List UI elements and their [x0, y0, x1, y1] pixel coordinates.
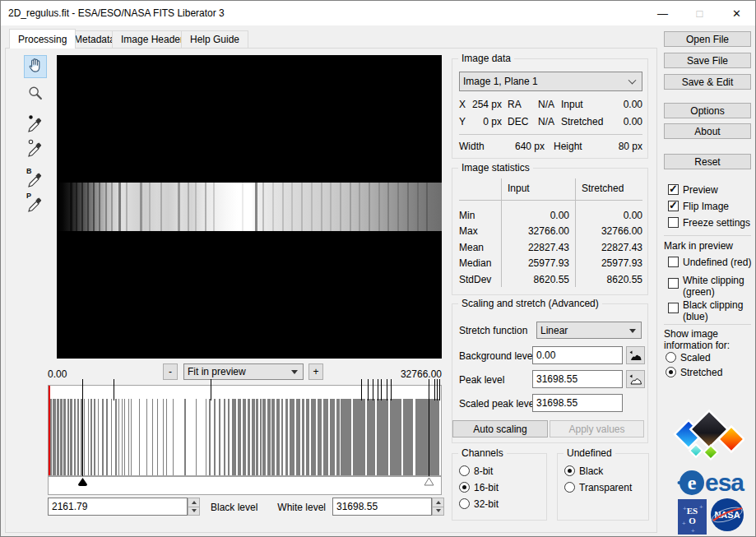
save-file-button[interactable]: Save File [664, 53, 751, 68]
background-picker-button[interactable] [626, 346, 645, 364]
mark-undefined-option[interactable]: Undefined (red) [668, 257, 751, 268]
channel-8bit-option[interactable]: 8-bit [459, 465, 493, 477]
histogram-bar [336, 399, 340, 475]
absorption-line [397, 183, 399, 231]
absorption-line [70, 183, 72, 231]
histogram-bar [106, 399, 108, 475]
mark-undefined-label: Undefined (red) [683, 257, 751, 268]
absorption-line [301, 183, 303, 231]
svg-text:+: + [682, 520, 686, 527]
background-level-input[interactable] [532, 346, 623, 364]
white-level-marker-line[interactable] [429, 379, 429, 477]
right-panel-separator-2 [664, 324, 751, 325]
freeze-settings-option[interactable]: Freeze settings [668, 217, 750, 229]
tab-processing[interactable]: Processing [9, 29, 76, 49]
radio-undefined-black[interactable] [564, 465, 575, 476]
black-level-slider-thumb[interactable] [77, 478, 88, 486]
absorption-line [291, 183, 293, 231]
black-level-picker-tool-button[interactable]: B [24, 169, 47, 192]
freeze-settings-checkbox[interactable] [668, 217, 679, 228]
zoom-tool-button[interactable] [24, 83, 47, 106]
undefined-black-option[interactable]: Black [564, 465, 603, 477]
peak-picker-tool-button[interactable] [24, 138, 47, 161]
white-level-slider-thumb[interactable] [424, 478, 434, 486]
stretch-function-combo[interactable]: Linear [536, 322, 642, 339]
window-title: 2D_regulus.fit - ESA/ESO/NASA FITS Liber… [8, 7, 225, 19]
show-info-stretched-option[interactable]: Stretched [666, 367, 722, 378]
background-picker-tool-button[interactable] [24, 113, 47, 137]
stat-row-label: Min [459, 210, 475, 221]
svg-text:+: + [683, 505, 687, 512]
undefined-transparent-option[interactable]: Transparent [564, 482, 632, 493]
close-button[interactable]: ✕ [718, 1, 755, 25]
save-and-edit-button[interactable]: Save & Edit [664, 74, 751, 90]
channel-16bit-option[interactable]: 16-bit [459, 482, 499, 493]
histogram-bar [111, 399, 113, 475]
tab-help-guide[interactable]: Help Guide [181, 30, 248, 49]
absorption-line [272, 183, 274, 231]
peak-picker-button[interactable] [626, 370, 645, 388]
histogram-bar [403, 399, 413, 475]
histogram-tick [361, 379, 362, 400]
hand-icon [26, 57, 44, 77]
flip-image-option[interactable]: Flip Image [668, 201, 729, 212]
black-level-spinner[interactable] [188, 498, 200, 516]
histogram-zoom-in-button[interactable]: + [308, 363, 323, 380]
width-label: Width [459, 141, 485, 152]
mark-white-clipping-option[interactable]: White clipping (green) [668, 275, 744, 298]
absorption-line [340, 183, 341, 231]
plane-selector-combo[interactable]: Image 1, Plane 1 [459, 72, 642, 91]
radio-stretched[interactable] [666, 367, 676, 377]
open-file-button[interactable]: Open File [664, 31, 751, 47]
show-info-scaled-option[interactable]: Scaled [666, 352, 711, 363]
image-preview[interactable] [57, 55, 442, 359]
radio-16bit[interactable] [459, 482, 470, 493]
white-level-picker-tool-button[interactable]: P [24, 193, 47, 216]
hand-tool-button[interactable] [24, 55, 47, 78]
histogram-zoom-out-button[interactable]: - [163, 363, 178, 380]
histogram-bar [163, 399, 164, 475]
histogram-range-combo[interactable]: Fit in preview [183, 363, 304, 380]
histogram-range-value: Fit in preview [188, 366, 246, 377]
mark-undefined-checkbox[interactable] [668, 257, 679, 267]
absorption-line [282, 183, 284, 231]
radio-scaled[interactable] [666, 352, 676, 363]
absorption-line [160, 183, 162, 231]
options-button[interactable]: Options [664, 103, 751, 118]
auto-scaling-button[interactable]: Auto scaling [452, 420, 548, 437]
black-clipping-checkbox[interactable] [668, 303, 679, 313]
reset-button[interactable]: Reset [664, 154, 751, 169]
histogram-plot[interactable] [48, 385, 442, 476]
black-level-input[interactable] [48, 498, 188, 516]
histogram-bar [63, 399, 66, 475]
mark-black-clipping-option[interactable]: Black clipping (blue) [668, 299, 743, 322]
histogram-tick [439, 379, 440, 400]
height-label: Height [554, 141, 582, 152]
level-slider-track[interactable] [48, 476, 442, 495]
histogram-bar [50, 399, 52, 475]
preview-checkbox[interactable] [668, 184, 679, 195]
channel-32bit-option[interactable]: 32-bit [459, 498, 499, 510]
radio-8bit[interactable] [459, 465, 470, 476]
histogram-bar [146, 399, 147, 475]
peak-level-input[interactable] [532, 370, 623, 388]
white-level-input[interactable] [332, 498, 432, 516]
cursor-input-value: 0.00 [593, 99, 642, 110]
preview-option[interactable]: Preview [668, 184, 718, 196]
about-button[interactable]: About [664, 123, 751, 139]
ra-value: N/A [528, 99, 554, 110]
radio-undefined-transparent[interactable] [564, 482, 575, 493]
absorption-line [99, 183, 100, 231]
white-clipping-checkbox[interactable] [668, 278, 679, 289]
scaled-peak-level-input[interactable] [532, 394, 623, 412]
black-level-marker-line[interactable] [82, 379, 83, 477]
minimize-button[interactable]: — [644, 1, 681, 25]
histogram-tick [378, 379, 378, 400]
white-level-spinner[interactable] [432, 498, 444, 516]
esa-wordmark: esa [705, 470, 744, 495]
stat-row-stretched: 25977.93 [577, 257, 642, 269]
radio-32bit[interactable] [459, 498, 470, 509]
flip-image-checkbox[interactable] [668, 201, 679, 211]
cursor-stretched-value: 0.00 [593, 116, 642, 127]
absorption-line [350, 183, 351, 231]
